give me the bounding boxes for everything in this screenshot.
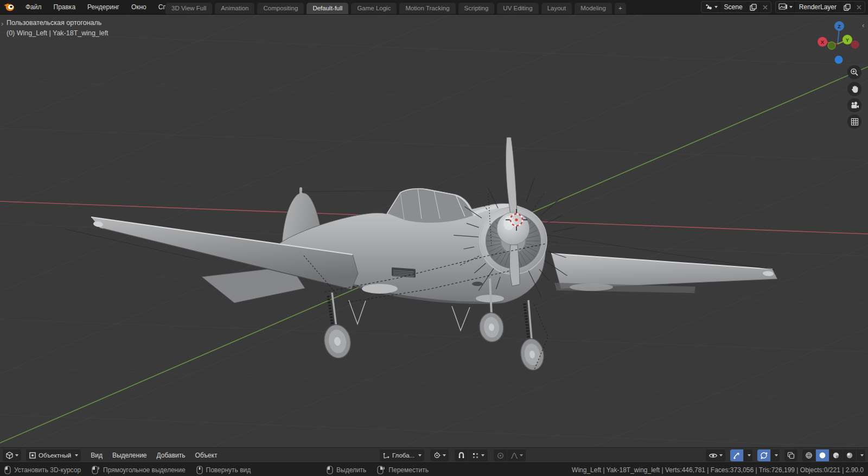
gizmo-controls <box>730 449 753 461</box>
render-layer-new-button[interactable] <box>841 2 853 12</box>
xray-toggle[interactable] <box>784 449 797 461</box>
status-keymap-item: Переместить <box>377 466 429 474</box>
status-label: Установить 3D-курсор <box>14 466 81 474</box>
shading-controls <box>802 449 866 461</box>
shading-rendered-button[interactable] <box>843 449 856 461</box>
render-layer-name[interactable]: RenderLayer <box>795 3 841 11</box>
duplicate-icon <box>844 4 851 11</box>
zoom-icon <box>850 68 859 77</box>
menu-render[interactable]: Рендеринг <box>81 0 125 14</box>
status-keymap-item: Выделить <box>327 466 366 474</box>
mode-selector[interactable]: Объектный <box>26 449 81 461</box>
scene-new-button[interactable] <box>747 2 759 12</box>
overlays-icon <box>760 452 768 459</box>
render-layer-browse-button[interactable] <box>776 2 795 12</box>
scene-statistics: Wing_Left | Yak-18T_wing_left | Verts:44… <box>572 463 864 476</box>
render-layer-remove-button[interactable] <box>853 2 865 12</box>
shading-solid-icon <box>819 452 826 459</box>
ortho-toggle-button[interactable] <box>847 115 861 129</box>
status-keymap-item: Повернуть вид <box>196 466 251 474</box>
proportional-edit-toggle[interactable] <box>494 449 507 461</box>
orientation-icon <box>382 452 390 459</box>
tab-game-logic[interactable]: Game Logic <box>351 3 397 14</box>
snap-toggle-button[interactable] <box>455 449 468 461</box>
pan-hand-icon <box>851 85 859 93</box>
menu-view[interactable]: Вид <box>86 449 107 461</box>
menu-select[interactable]: Выделение <box>107 449 152 461</box>
scene-icon <box>704 3 713 11</box>
editor-type-icon <box>5 452 14 459</box>
gizmo-x-neg-axis[interactable] <box>851 41 859 48</box>
visibility-eye-icon <box>709 452 718 459</box>
shading-wireframe-icon <box>805 452 813 459</box>
tab-layout[interactable]: Layout <box>541 3 572 14</box>
status-label: Выделить <box>336 466 366 474</box>
mode-label: Объектный <box>36 452 73 459</box>
tab-default-full[interactable]: Default-full <box>307 3 348 14</box>
scene-browse-button[interactable] <box>701 2 720 12</box>
menu-object[interactable]: Объект <box>190 449 222 461</box>
tab-scripting[interactable]: Scripting <box>458 3 495 14</box>
status-label: Прямоугольное выделение <box>103 466 186 474</box>
orientation-label: Глоба... <box>390 452 417 459</box>
blender-logo-icon[interactable] <box>3 2 15 12</box>
overlays-dropdown[interactable] <box>771 449 780 461</box>
gizmos-dropdown[interactable] <box>744 449 752 461</box>
falloff-icon <box>510 452 518 459</box>
toolbar-expand-arrow[interactable]: › <box>1 20 3 28</box>
scene-canvas[interactable] <box>0 15 868 448</box>
falloff-selector[interactable] <box>507 449 526 461</box>
proportional-icon <box>497 452 504 459</box>
close-icon <box>856 4 862 10</box>
snap-increment-icon <box>472 452 479 459</box>
show-gizmos-toggle[interactable] <box>730 449 743 461</box>
tab-compositing[interactable]: Compositing <box>257 3 304 14</box>
tab-animation[interactable]: Animation <box>215 3 254 14</box>
oil-cooler-grille <box>392 267 416 277</box>
mouse-middle-icon <box>196 466 203 474</box>
close-icon <box>762 4 768 10</box>
shading-dropdown[interactable] <box>857 449 865 461</box>
tab-modeling[interactable]: Modeling <box>575 3 612 14</box>
pivot-point-selector[interactable] <box>430 449 449 461</box>
show-overlays-toggle[interactable] <box>757 449 770 461</box>
viewport-info-overlay: Пользовательская ортогональ (0) Wing_Lef… <box>7 18 108 39</box>
status-label: Повернуть вид <box>206 466 251 474</box>
mouse-left-icon <box>327 466 333 474</box>
tab-uv-editing[interactable]: UV Editing <box>497 3 538 14</box>
transform-orientation-selector[interactable]: Глоба... <box>380 449 424 461</box>
snap-target-selector[interactable] <box>468 449 488 461</box>
render-layer-selector: RenderLayer <box>775 1 865 13</box>
shading-material-button[interactable] <box>829 449 843 461</box>
object-visibility-selector[interactable] <box>706 449 725 461</box>
xray-icon <box>787 452 795 459</box>
shading-solid-button[interactable] <box>816 449 829 461</box>
pan-button[interactable] <box>847 82 861 96</box>
tab-3d-view-full[interactable]: 3D View Full <box>165 3 212 14</box>
tab-motion-tracking[interactable]: Motion Tracking <box>399 3 455 14</box>
zoom-button[interactable] <box>847 65 861 79</box>
shading-wireframe-button[interactable] <box>802 449 815 461</box>
grid-ortho-icon <box>851 118 859 126</box>
render-layer-icon <box>778 3 788 11</box>
add-workspace-button[interactable]: + <box>615 3 626 14</box>
gizmo-y-neg-axis[interactable] <box>828 42 835 49</box>
gizmo-z-neg-axis[interactable] <box>835 56 843 64</box>
scene-unlink-button[interactable] <box>759 2 771 12</box>
scene-name[interactable]: Scene <box>720 3 747 11</box>
editor-type-button[interactable] <box>3 449 21 461</box>
camera-view-button[interactable] <box>847 98 861 112</box>
gizmo-z-label: Z <box>838 23 841 29</box>
mouse-right-drag-icon <box>377 466 385 474</box>
viewport-3d[interactable]: Пользовательская ортогональ (0) Wing_Lef… <box>0 14 868 447</box>
menu-edit[interactable]: Правка <box>48 0 82 14</box>
status-keymap-item: Установить 3D-курсор <box>4 466 81 474</box>
axis-gizmo[interactable]: Z X Y <box>814 17 866 69</box>
status-label: Переместить <box>388 466 429 474</box>
menu-window[interactable]: Окно <box>125 0 152 14</box>
menu-file[interactable]: Файл <box>20 0 48 14</box>
aircraft-model[interactable] <box>65 137 777 372</box>
mouse-left-icon <box>4 466 11 474</box>
snap-controls <box>455 449 488 461</box>
menu-add[interactable]: Добавить <box>152 449 190 461</box>
